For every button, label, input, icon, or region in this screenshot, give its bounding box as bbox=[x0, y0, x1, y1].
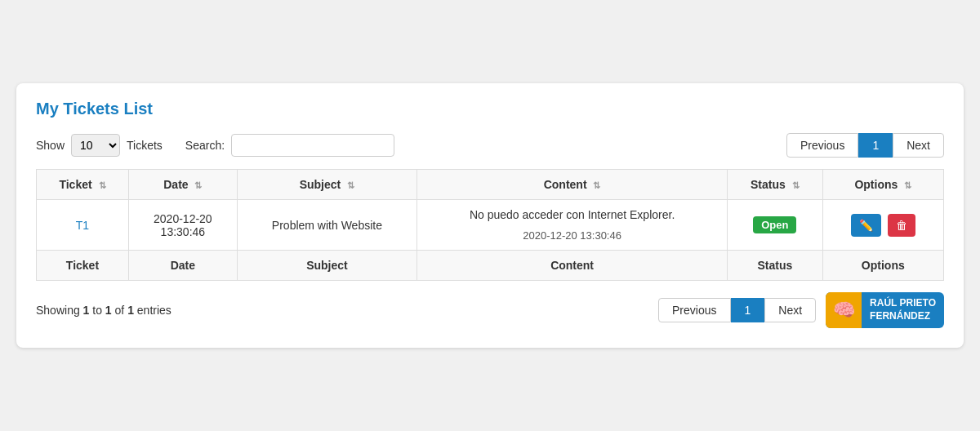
edit-icon: ✏️ bbox=[859, 219, 873, 232]
pagination-top: Previous 1 Next bbox=[786, 133, 944, 158]
content-main: No puedo acceder con Internet Explorer. bbox=[427, 208, 717, 221]
sort-icon-ticket: ⇅ bbox=[99, 180, 106, 191]
cell-content: No puedo acceder con Internet Explorer. … bbox=[417, 200, 728, 251]
toolbar-left: Show 10 25 50 100 Tickets Search: bbox=[36, 134, 780, 157]
next-button-top[interactable]: Next bbox=[893, 133, 944, 158]
pagination-bottom: Previous 1 Next bbox=[658, 298, 816, 322]
show-label: Show bbox=[36, 139, 65, 152]
table-header-row: Ticket ⇅ Date ⇅ Subject ⇅ Content ⇅ Stat… bbox=[37, 170, 944, 200]
cell-subject: Problem with Website bbox=[237, 200, 416, 251]
showing-to: 1 bbox=[105, 304, 112, 317]
delete-button[interactable]: 🗑 bbox=[888, 214, 915, 237]
date-value: 2020-12-2013:30:46 bbox=[154, 212, 212, 238]
footer-date: Date bbox=[128, 251, 237, 281]
cell-ticket: T1 bbox=[37, 200, 129, 251]
content-date: 2020-12-20 13:30:46 bbox=[427, 229, 717, 242]
footer-ticket: Ticket bbox=[37, 251, 129, 281]
col-header-options: Options ⇅ bbox=[822, 170, 943, 200]
col-header-date[interactable]: Date ⇅ bbox=[128, 170, 237, 200]
footer-status: Status bbox=[728, 251, 822, 281]
previous-button-bottom[interactable]: Previous bbox=[658, 298, 730, 322]
cell-date: 2020-12-2013:30:46 bbox=[128, 200, 237, 251]
ticket-link[interactable]: T1 bbox=[76, 219, 89, 232]
subject-value: Problem with Website bbox=[272, 219, 382, 232]
footer-subject: Subject bbox=[237, 251, 416, 281]
branding-icon: 🧠 bbox=[826, 292, 862, 328]
footer-content: Content bbox=[417, 251, 728, 281]
branding-text: RAÚL PRIETO FERNÁNDEZ bbox=[862, 297, 944, 322]
show-select[interactable]: 10 25 50 100 bbox=[71, 134, 120, 157]
col-header-content[interactable]: Content ⇅ bbox=[417, 170, 728, 200]
next-button-bottom[interactable]: Next bbox=[764, 298, 816, 322]
page-title: My Tickets List bbox=[36, 100, 944, 118]
main-container: My Tickets List Show 10 25 50 100 Ticket… bbox=[16, 83, 964, 348]
trash-icon: 🗑 bbox=[896, 219, 907, 232]
search-input[interactable] bbox=[231, 134, 394, 157]
cell-options: ✏️ 🗑 bbox=[822, 200, 943, 251]
footer: Showing 1 to 1 of 1 entries Previous 1 N… bbox=[36, 292, 944, 328]
page-1-button-bottom[interactable]: 1 bbox=[731, 298, 765, 322]
edit-button[interactable]: ✏️ bbox=[851, 214, 881, 237]
showing-total: 1 bbox=[127, 304, 134, 317]
table-body: T1 2020-12-2013:30:46 Problem with Websi… bbox=[37, 200, 944, 251]
sort-icon-options: ⇅ bbox=[904, 180, 911, 191]
col-header-subject[interactable]: Subject ⇅ bbox=[237, 170, 416, 200]
footer-options: Options bbox=[822, 251, 943, 281]
search-label: Search: bbox=[185, 139, 225, 152]
sort-icon-content: ⇅ bbox=[593, 180, 600, 191]
footer-right: Previous 1 Next 🧠 RAÚL PRIETO FERNÁNDEZ bbox=[658, 292, 944, 328]
sort-icon-subject: ⇅ bbox=[347, 180, 354, 191]
toolbar: Show 10 25 50 100 Tickets Search: Previo… bbox=[36, 133, 944, 158]
col-header-status[interactable]: Status ⇅ bbox=[728, 170, 822, 200]
sort-icon-date: ⇅ bbox=[194, 180, 202, 191]
status-badge: Open bbox=[753, 216, 796, 233]
col-header-ticket[interactable]: Ticket ⇅ bbox=[37, 170, 129, 200]
showing-text: Showing 1 to 1 of 1 entries bbox=[36, 304, 172, 317]
branding: 🧠 RAÚL PRIETO FERNÁNDEZ bbox=[826, 292, 944, 328]
page-1-button-top[interactable]: 1 bbox=[858, 133, 893, 158]
table-footer-row: Ticket Date Subject Content Status Optio… bbox=[37, 251, 944, 281]
tickets-label: Tickets bbox=[127, 139, 163, 152]
tickets-table: Ticket ⇅ Date ⇅ Subject ⇅ Content ⇅ Stat… bbox=[36, 169, 944, 281]
previous-button-top[interactable]: Previous bbox=[786, 133, 858, 158]
table-row: T1 2020-12-2013:30:46 Problem with Websi… bbox=[37, 200, 944, 251]
sort-icon-status: ⇅ bbox=[792, 180, 800, 191]
cell-status: Open bbox=[728, 200, 822, 251]
